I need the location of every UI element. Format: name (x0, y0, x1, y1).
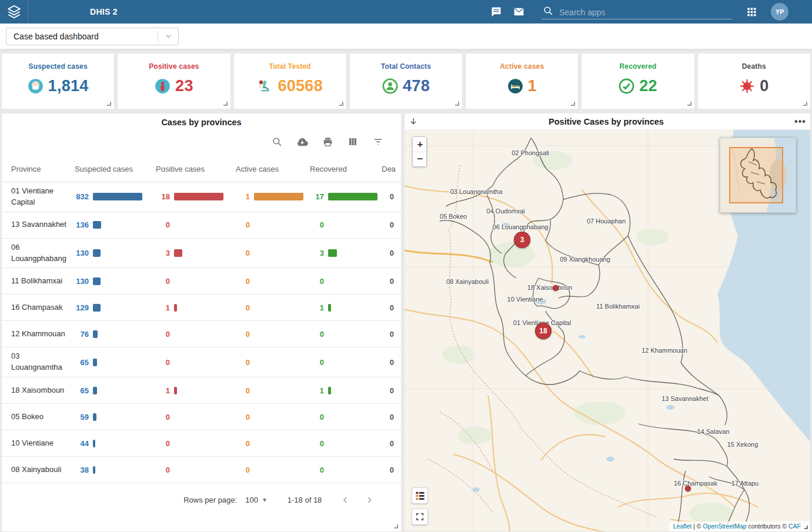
column-header-active-cases[interactable]: Active cases (236, 165, 310, 173)
cell-recovered: 0 (310, 466, 382, 474)
cell-active: 0 (236, 466, 310, 474)
attribution-link[interactable]: Leaflet (673, 523, 692, 530)
value-number: 0 (236, 330, 250, 339)
cell-positive: 0 (156, 439, 236, 448)
attribution-link[interactable]: OpenStreetMap (703, 523, 747, 530)
user-avatar[interactable]: YP (771, 3, 788, 21)
person-red-icon (155, 78, 171, 94)
layers-list-button[interactable] (412, 487, 428, 504)
value-bar (93, 330, 98, 338)
table-row[interactable]: 16 Champasak1291010 (2, 295, 401, 321)
table-row[interactable]: 13 Savannakhet1360000 (2, 212, 401, 239)
cell-positive: 0 (156, 220, 236, 229)
value-number: 0 (310, 277, 324, 286)
table-row[interactable]: 01 Vientiane Capital832181170 (2, 182, 401, 212)
value-bar (93, 277, 101, 285)
table-row[interactable]: 05 Bokeo590000 (2, 404, 401, 430)
table-row[interactable]: 10 Vientiane440000 (2, 430, 401, 457)
download-arrow-icon[interactable] (405, 116, 422, 127)
cell-suspected: 136 (75, 220, 156, 229)
stat-card-title: Total Tested (234, 62, 346, 71)
value-number: 136 (75, 220, 89, 229)
table-row[interactable]: 06 Louangphabang1303030 (2, 239, 401, 269)
cell-positive: 3 (156, 249, 236, 257)
stat-cards-row: Suspected cases1,814Positive cases23Tota… (1, 53, 811, 109)
rows-per-page-label: Rows per page: (183, 496, 237, 504)
dhis2-logo-icon[interactable] (0, 0, 28, 24)
attribution-link[interactable]: CAF (788, 523, 801, 530)
cell-deaths: 0 (382, 466, 401, 474)
rows-per-page-select[interactable]: 100 ▼ (245, 496, 268, 504)
value-number: 0 (310, 358, 324, 367)
mask-face-icon (28, 78, 44, 94)
value-number: 0 (236, 439, 250, 448)
table-header-row: ProvinceSuspected casesPositive casesAct… (2, 156, 401, 182)
table-row[interactable]: 11 Bolikhamxai1300000 (2, 268, 401, 295)
attribution-text: contributors © (747, 523, 788, 530)
column-header-positive-cases[interactable]: Positive cases (156, 165, 236, 173)
resize-handle-icon[interactable] (455, 102, 459, 106)
messages-icon[interactable] (490, 5, 503, 18)
resize-handle-icon[interactable] (571, 102, 575, 106)
previous-page-button[interactable]: ‹ (336, 493, 354, 506)
stat-card-value: 1,814 (48, 77, 89, 95)
column-header-suspected-cases[interactable]: Suspected cases (75, 165, 156, 173)
stat-card-tested: Total Tested60568 (233, 53, 347, 109)
cell-active: 0 (236, 303, 310, 312)
column-header-province[interactable]: Province (2, 165, 75, 173)
province-cell: 11 Bolikhamxai (2, 276, 75, 287)
value-number: 1 (156, 386, 170, 395)
resize-handle-icon[interactable] (107, 102, 111, 106)
value-bar (93, 440, 95, 447)
cell-suspected: 44 (75, 439, 156, 448)
table-row[interactable]: 12 Khammouan760000 (2, 321, 401, 347)
value-number: 0 (236, 358, 250, 367)
fullscreen-button[interactable] (412, 508, 428, 525)
filter-icon[interactable] (372, 136, 384, 148)
map-case-marker[interactable]: 18 (535, 323, 552, 339)
cell-positive: 1 (156, 303, 236, 312)
value-number: 0 (310, 439, 324, 448)
search-icon[interactable] (271, 136, 283, 148)
resize-handle-icon[interactable] (687, 102, 691, 106)
next-page-button[interactable]: › (360, 493, 379, 506)
map-overview-inset[interactable] (720, 138, 796, 213)
resize-handle-icon[interactable] (804, 526, 808, 529)
cell-deaths: 0 (382, 303, 401, 312)
search-apps-input[interactable] (559, 8, 730, 17)
download-icon[interactable] (296, 136, 308, 148)
resize-handle-icon[interactable] (803, 102, 807, 106)
resize-handle-icon[interactable] (223, 102, 228, 106)
cell-positive: 1 (156, 386, 236, 395)
map-body[interactable]: + − (405, 130, 810, 531)
stat-card-value-row: 60568 (234, 77, 346, 95)
column-header-deaths[interactable]: Dea (382, 165, 401, 173)
resize-handle-icon[interactable] (394, 524, 398, 528)
value-number: 832 (75, 192, 89, 201)
cell-active: 0 (236, 277, 310, 286)
value-number: 18 (156, 192, 170, 201)
mail-icon[interactable] (512, 5, 525, 18)
province-cell: 03 Louangnamtha (2, 351, 75, 373)
table-row[interactable]: 18 Xaisomboun651010 (2, 377, 401, 404)
apps-grid-icon[interactable] (745, 5, 758, 18)
columns-icon[interactable] (347, 136, 359, 148)
column-header-recovered[interactable]: Recovered (310, 165, 382, 173)
print-icon[interactable] (322, 136, 333, 148)
cell-deaths: 0 (382, 277, 401, 286)
more-options-icon[interactable]: ••• (790, 116, 810, 127)
province-cell: 13 Savannakhet (2, 219, 75, 230)
map-case-marker[interactable] (553, 285, 559, 291)
zoom-in-button[interactable]: + (413, 137, 427, 152)
table-row[interactable]: 08 Xainyabouli380000 (2, 457, 401, 483)
stat-card-value: 478 (403, 77, 430, 95)
resize-handle-icon[interactable] (339, 102, 343, 106)
zoom-out-button[interactable]: − (413, 152, 427, 166)
table-pagination: Rows per page: 100 ▼ 1-18 of 18 ‹ › (2, 483, 401, 506)
dashboard-selector[interactable]: Case based dashboard (6, 28, 179, 45)
map-case-marker[interactable] (685, 486, 691, 491)
value-number: 44 (75, 439, 89, 448)
map-case-marker[interactable]: 3 (514, 232, 530, 248)
value-number: 0 (236, 303, 250, 312)
table-row[interactable]: 03 Louangnamtha650000 (2, 347, 401, 377)
